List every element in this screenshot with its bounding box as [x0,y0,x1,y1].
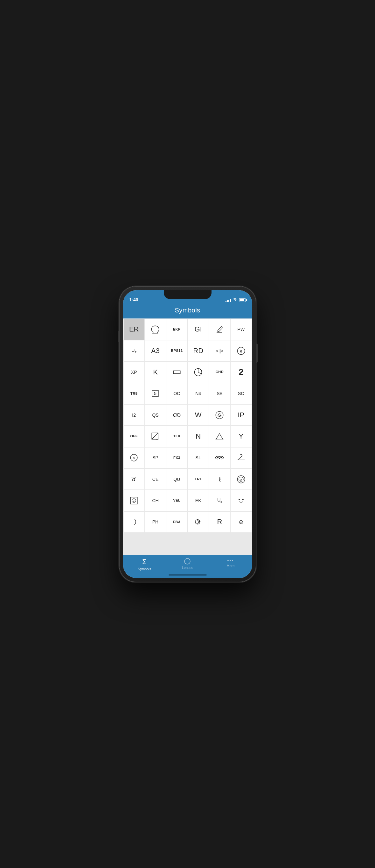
symbol-arrow-left[interactable] [188,512,209,532]
symbol-VEL[interactable]: VEL [166,490,187,511]
symbol-hanger[interactable] [231,447,251,468]
svg-text:e: e [240,349,242,353]
symbol-e-lower[interactable]: e [231,512,251,532]
svg-text:5: 5 [154,391,156,396]
symbol-QS[interactable]: QS [145,405,166,425]
svg-text:e: e [240,478,242,481]
more-tab-icon: ••• [227,558,234,563]
symbol-rect[interactable] [166,362,187,382]
app-title: Symbols [175,307,200,314]
symbol-CHD[interactable]: CHD [209,362,230,382]
symbol-EBA[interactable]: EBA [166,512,187,532]
home-indicator [169,574,207,576]
tab-more[interactable]: ••• More [209,558,252,568]
symbol-circle-e[interactable]: e [231,340,251,361]
symbol-FX3[interactable]: FX3 [166,447,187,468]
symbol-W[interactable]: W [188,405,209,425]
symbol-R[interactable]: R [209,512,230,532]
tab-lenses[interactable]: Lenses [166,558,209,569]
wifi-icon [232,298,237,302]
symbols-grid: ER EKP GI [124,319,252,532]
symbol-5box[interactable]: 5 [145,383,166,404]
symbol-d-bar[interactable]: d [124,469,144,490]
symbol-RD[interactable]: RD [188,340,209,361]
signal-icon [226,299,231,302]
symbol-diag[interactable] [145,426,166,446]
symbol-SB[interactable]: SB [209,383,230,404]
symbol-omega[interactable] [145,319,166,340]
symbol-SC[interactable]: SC [231,383,251,404]
symbols-tab-label: Symbols [138,567,151,571]
symbol-TR5[interactable]: TR5 [124,383,144,404]
symbol-QU[interactable]: QU [166,469,187,490]
symbol-S-strike[interactable]: S [209,405,230,425]
battery-icon [239,299,246,302]
symbol-c-paren[interactable] [209,469,230,490]
symbols-tab-icon: Σ [142,558,147,566]
symbol-edit[interactable] [209,319,230,340]
symbol-arrows[interactable]: <||> [209,340,230,361]
more-tab-label: More [227,564,234,568]
symbol-PW[interactable]: PW [231,319,251,340]
symbol-pie[interactable] [188,362,209,382]
symbol-XP[interactable]: XP [124,362,144,382]
symbol-TR1[interactable]: TR1 [188,469,209,490]
symbol-K[interactable]: K [145,362,166,382]
symbol-CH[interactable]: CH [145,490,166,511]
symbol-paren-r[interactable] [124,512,144,532]
phone-screen: 1:40 [123,290,252,578]
symbol-UT[interactable]: UT [124,340,144,361]
symbol-triangle[interactable] [209,426,230,446]
symbol-OC[interactable]: OC [166,383,187,404]
svg-rect-3 [173,371,180,373]
app-header: Symbols [123,304,252,318]
phone-frame: 1:40 [119,286,256,582]
symbol-N4[interactable]: N4 [188,383,209,404]
symbol-face[interactable] [231,490,251,511]
lenses-tab-label: Lenses [182,566,193,569]
symbol-SP[interactable]: SP [145,447,166,468]
symbol-EKP[interactable]: EKP [166,319,187,340]
svg-point-27 [220,479,221,480]
symbol-eye-s[interactable]: S [124,447,144,468]
svg-point-9 [173,413,180,417]
symbol-eye-line[interactable] [166,405,187,425]
symbol-TLX[interactable]: TLX [166,426,187,446]
symbol-Y[interactable]: Y [231,426,251,446]
tab-symbols[interactable]: Σ Symbols [123,558,166,571]
symbol-CE[interactable]: CE [145,469,166,490]
symbol-double-eye[interactable] [209,447,230,468]
symbol-IP[interactable]: IP [231,405,251,425]
symbol-I2[interactable]: I2 [124,405,144,425]
symbol-e-box[interactable]: e [124,490,144,511]
lenses-tab-icon [184,558,191,565]
status-time: 1:40 [129,297,138,302]
status-icons [226,298,246,302]
svg-point-10 [176,414,177,416]
symbol-2[interactable]: 2 [231,362,251,382]
svg-point-36 [184,558,190,564]
svg-point-23 [221,457,222,459]
symbol-GI[interactable]: GI [188,319,209,340]
symbol-OFF[interactable]: OFF [124,426,144,446]
svg-line-16 [152,433,158,439]
symbol-circle-e2[interactable]: e [231,469,251,490]
svg-text:S: S [133,456,135,460]
symbols-area[interactable]: ER EKP GI [123,318,252,555]
svg-point-21 [217,457,219,459]
svg-line-6 [198,372,201,374]
symbol-A3[interactable]: A3 [145,340,166,361]
svg-text:e: e [133,500,135,502]
symbol-PH[interactable]: PH [145,512,166,532]
symbol-N[interactable]: N [188,426,209,446]
symbol-EK[interactable]: EK [188,490,209,511]
svg-marker-17 [216,434,223,440]
symbol-Ux[interactable]: Ux [209,490,230,511]
symbol-SL[interactable]: SL [188,447,209,468]
screen: 1:40 [123,290,252,578]
symbol-ER[interactable]: ER [124,319,144,340]
notch [164,290,211,299]
battery-fill [239,299,244,301]
symbol-BPS11[interactable]: BPS11 [166,340,187,361]
